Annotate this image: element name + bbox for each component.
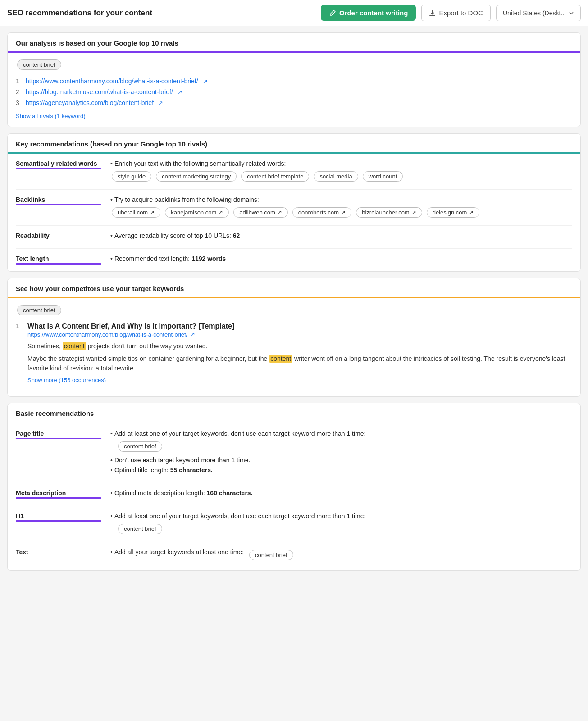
competitors-keyword-tag: content brief	[17, 305, 61, 315]
export-to-doc-button[interactable]: Export to DOC	[421, 5, 491, 21]
external-link-icon: ↗	[203, 78, 208, 85]
domain-donroberts[interactable]: donroberts.com ↗	[292, 207, 351, 218]
h1-underline	[16, 520, 101, 522]
external-link-icon: ↗	[469, 209, 474, 216]
backlinks-label-cell: Backlinks	[16, 190, 106, 226]
backlinks-label: Backlinks	[16, 196, 45, 203]
readability-label-cell: Readability	[16, 226, 106, 249]
tag-social-media: social media	[314, 171, 358, 182]
tag-style-guide: style guide	[112, 171, 151, 182]
key-rec-body: Semantically related words • Enrich your…	[8, 154, 580, 271]
semantically-label-wrapper: Semantically related words	[16, 160, 101, 169]
domain-delesign[interactable]: delesign.com ↗	[427, 207, 480, 218]
domain-kanejamison[interactable]: kanejamison.com ↗	[165, 207, 229, 218]
page-title-content-cell: • Add at least one of your target keywor…	[106, 424, 572, 483]
page-title-bullet-1: • Add at least one of your target keywor…	[110, 430, 568, 437]
competitor-num: 1	[16, 322, 23, 329]
h1-label: H1	[16, 512, 24, 520]
tag-content-marketing-strategy: content marketing strategy	[156, 171, 237, 182]
text-length-label: Text length	[16, 255, 49, 262]
analysis-body: content brief 1 https://www.contentharmo…	[8, 53, 580, 127]
h1-bullet: • Add at least one of your target keywor…	[110, 512, 568, 520]
readability-content-cell: • Average readability score of top 10 UR…	[106, 226, 572, 249]
backlinks-label-wrapper: Backlinks	[16, 196, 101, 205]
semantically-related-row: Semantically related words • Enrich your…	[16, 154, 572, 190]
rival-list: 1 https://www.contentharmony.com/blog/wh…	[16, 76, 572, 108]
analysis-header: Our analysis is based on your Google top…	[8, 33, 580, 53]
show-more-link[interactable]: Show more (156 occurrences)	[27, 377, 106, 383]
h1-tag: content brief	[118, 524, 162, 534]
top-bar: SEO recommendations for your content Ord…	[0, 0, 588, 26]
semantically-label-cell: Semantically related words	[16, 154, 106, 190]
rival-link-2[interactable]: https://blog.marketmuse.com/what-is-a-co…	[26, 88, 173, 96]
external-link-icon: ↗	[341, 209, 346, 216]
meta-description-row: Meta description • Optimal meta descript…	[16, 483, 572, 506]
domain-bizrelauncher[interactable]: bizrelauncher.com ↗	[356, 207, 422, 218]
label-underline	[16, 168, 101, 169]
external-link-icon: ↗	[178, 89, 182, 96]
text-length-underline	[16, 263, 101, 265]
readability-row: Readability • Average readability score …	[16, 226, 572, 249]
rival-item: 3 https://agencyanalytics.com/blog/conte…	[16, 97, 572, 108]
text-label: Text	[16, 548, 28, 556]
meta-desc-label-cell: Meta description	[16, 483, 106, 506]
chevron-down-icon	[569, 10, 574, 16]
backlinks-bullet: • Try to acquire backlinks from the foll…	[110, 196, 568, 203]
readability-bullet: • Average readability score of top 10 UR…	[110, 232, 568, 239]
text-row: Text • Add all your target keywords at l…	[16, 542, 572, 571]
semantically-bullet: • Enrich your text with the following se…	[110, 160, 568, 167]
text-length-label-wrapper: Text length	[16, 255, 101, 265]
competitors-body: content brief 1 What Is A Content Brief,…	[8, 298, 580, 396]
highlight-content-1: content	[63, 342, 86, 350]
semantically-related-label: Semantically related words	[16, 160, 97, 167]
rival-link-1[interactable]: https://www.contentharmony.com/blog/what…	[26, 78, 198, 85]
external-link-icon: ↗	[150, 209, 155, 216]
rival-link-3[interactable]: https://agencyanalytics.com/blog/content…	[26, 99, 154, 106]
key-recommendations-card: Key recommendations (based on your Googl…	[7, 133, 581, 272]
competitor-item-1: 1 What Is A Content Brief, And Why Is It…	[16, 317, 572, 389]
text-length-content-cell: • Recommended text length: 1192 words	[106, 249, 572, 272]
key-rec-table: Semantically related words • Enrich your…	[16, 154, 572, 271]
show-all-rivals-link[interactable]: Show all rivals (1 keyword)	[16, 113, 86, 119]
basic-recommendations-card: Basic recommendations Page title	[7, 403, 581, 571]
basic-rec-body: Page title • Add at least one of your ta…	[8, 424, 580, 570]
external-link-icon: ↗	[158, 100, 163, 106]
text-keyword-tag: content brief	[249, 550, 293, 560]
semantically-content-cell: • Enrich your text with the following se…	[106, 154, 572, 190]
location-selector[interactable]: United States (Deskt...	[496, 5, 581, 21]
svg-rect-0	[429, 15, 435, 16]
text-label-cell: Text	[16, 542, 106, 571]
page-title-bullet-2: • Don't use each target keyword more tha…	[110, 456, 568, 464]
competitor-url-link[interactable]: https://www.contentharmony.com/blog/what…	[27, 331, 187, 338]
h1-content-cell: • Add at least one of your target keywor…	[106, 506, 572, 542]
domain-adlibweb[interactable]: adlibweb.com ↗	[233, 207, 288, 218]
highlight-content-2: content	[269, 355, 292, 363]
export-icon	[429, 9, 436, 16]
pencil-icon	[329, 9, 336, 17]
meta-description-label: Meta description	[16, 489, 66, 497]
page-title: SEO recommendations for your content	[7, 9, 315, 18]
page-title-label: Page title	[16, 430, 44, 437]
basic-rec-header: Basic recommendations	[8, 403, 580, 424]
key-rec-header: Key recommendations (based on your Googl…	[8, 134, 580, 154]
backlinks-content-cell: • Try to acquire backlinks from the foll…	[106, 190, 572, 226]
domain-tags: uberall.com ↗ kanejamison.com ↗ adlibweb…	[110, 206, 568, 219]
order-content-writing-button[interactable]: Order content writing	[321, 5, 416, 21]
analysis-card: Our analysis is based on your Google top…	[7, 32, 581, 127]
meta-desc-bullet: • Optimal meta description length: 160 c…	[110, 489, 568, 497]
competitor-text-1: Sometimes, content projects don't turn o…	[27, 342, 572, 351]
rival-item: 1 https://www.contentharmony.com/blog/wh…	[16, 76, 572, 87]
page-title-bullet-3: • Optimal title length: 55 characters.	[110, 466, 568, 474]
text-length-bullet: • Recommended text length: 1192 words	[110, 255, 568, 262]
competitors-card: See how your competitors use your target…	[7, 278, 581, 397]
readability-label: Readability	[16, 232, 50, 239]
page-title-label-cell: Page title	[16, 424, 106, 483]
h1-row: H1 • Add at least one of your target key…	[16, 506, 572, 542]
rival-item: 2 https://blog.marketmuse.com/what-is-a-…	[16, 87, 572, 97]
competitor-text-2: Maybe the strategist wanted simple tips …	[27, 354, 572, 374]
keyword-tag: content brief	[17, 59, 61, 70]
domain-uberall[interactable]: uberall.com ↗	[112, 207, 160, 218]
tag-content-brief-template: content brief template	[241, 171, 309, 182]
external-link-icon: ↗	[190, 331, 195, 338]
text-content-cell: • Add all your target keywords at least …	[106, 542, 572, 571]
